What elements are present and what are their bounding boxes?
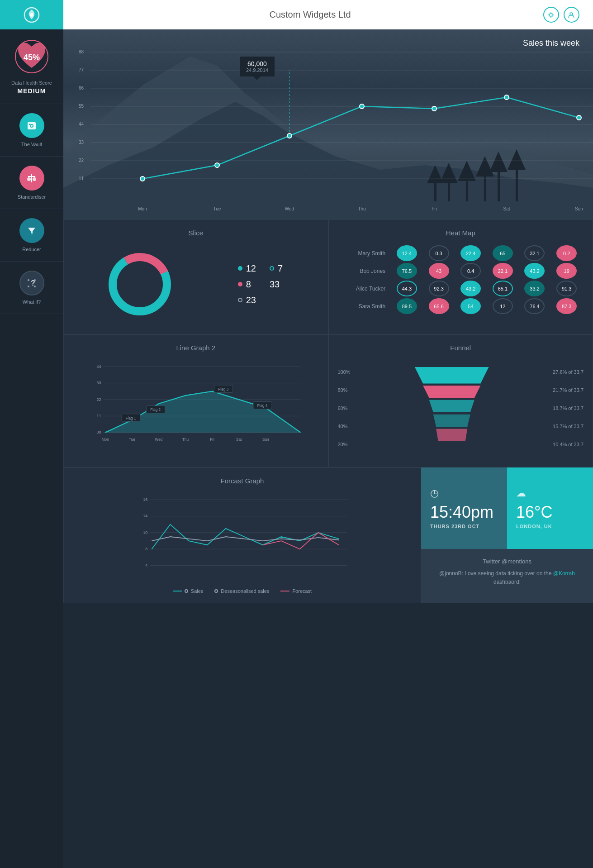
line-graph2-panel: Line Graph 2 44 33 22 11 00 Mon (63, 334, 328, 467)
heatmap-cell: 91.3 (551, 281, 582, 296)
sidebar-item-reducer[interactable]: Reducer (0, 209, 63, 262)
forecast-title: Forcast Graph (73, 477, 412, 485)
svg-text:33: 33 (97, 381, 101, 385)
vault-icon-circle (19, 113, 44, 138)
sidebar-item-standardiser[interactable]: Standardiser (0, 157, 63, 209)
funnel-y-80: 80% (338, 387, 351, 393)
sidebar-logo[interactable] (0, 0, 63, 29)
svg-text:Flag 3: Flag 3 (218, 387, 228, 391)
sidebar-item-vault[interactable]: The Vault (0, 104, 63, 157)
svg-rect-32 (498, 170, 500, 201)
twitter-title: Twitter @mentions (430, 558, 584, 565)
svg-point-18 (28, 279, 29, 281)
legend-item-12: 12 (238, 263, 256, 274)
heatmap-row-alicetucker: Alice Tucker 44.3 92.3 43.2 65.1 33.2 91… (340, 281, 582, 296)
heatmap-cell: 0.3 (424, 245, 454, 261)
row-forecast-widgets: Forcast Graph 16 14 10 8 4 (63, 467, 593, 603)
svg-text:Thu: Thu (358, 206, 365, 211)
user-icon (568, 11, 575, 19)
legend-sales-line (173, 591, 182, 591)
heatmap-cell: 0.2 (551, 245, 582, 261)
svg-point-63 (432, 106, 436, 111)
sidebar-item-whatif[interactable]: ? What if? (0, 262, 63, 314)
svg-text:44: 44 (97, 364, 101, 369)
svg-point-65 (577, 115, 581, 120)
slice-title: Slice (73, 229, 319, 237)
user-button[interactable] (564, 7, 579, 23)
sidebar-label-vault: The Vault (5, 142, 59, 147)
heatmap-row-marysmith: Mary Smith 12.4 0.3 22.4 65 32.1 0.2 (340, 245, 582, 261)
heatmap-cell: 43.2 (520, 263, 550, 279)
heatmap-cell: 12 (488, 298, 518, 314)
health-score-text: MEDIUM (5, 87, 59, 95)
svg-text:88: 88 (79, 49, 84, 54)
weather-icon: ☁ (516, 487, 584, 499)
svg-point-17 (34, 286, 36, 287)
svg-text:00: 00 (97, 430, 101, 434)
svg-text:Wed: Wed (155, 438, 163, 442)
legend-sales-dot (185, 589, 188, 593)
main-content: Custom Widgets Ltd (63, 0, 593, 868)
heatmap-label-sara: Sara Smith (340, 298, 390, 314)
heatmap-cell: 76.5 (392, 263, 422, 279)
legend-deseas-dot (214, 589, 218, 593)
forecast-panel: Forcast Graph 16 14 10 8 4 (63, 467, 421, 603)
line-graph2-svg: 44 33 22 11 00 Mon Tue Wed Thu Fri Sat S… (73, 358, 319, 449)
heatmap-cell: 44.3 (392, 281, 422, 296)
svg-text:Tue: Tue (129, 438, 135, 442)
side-widgets: ◷ 15:40pm THURS 23RD OCT ☁ 16°C LONDON, … (421, 467, 593, 603)
svg-marker-96 (415, 367, 489, 383)
sales-chart-title: Sales this week (523, 38, 579, 48)
svg-rect-28 (466, 179, 468, 201)
svg-point-14 (31, 233, 33, 234)
weather-widget: ☁ 16°C LONDON, UK (507, 467, 593, 549)
heatmap-cell: 89.5 (392, 298, 422, 314)
tweet-handle: @Korrah (553, 570, 575, 577)
slice-content: 12 7 8 33 23 (73, 243, 319, 325)
heatmap-label-bob: Bob Jones (340, 263, 390, 279)
svg-text:66: 66 (79, 86, 84, 91)
legend-deseas: Deseasonalised sales (214, 588, 269, 594)
page-title: Custom Widgets Ltd (269, 10, 351, 20)
heatmap-cell: 65.1 (488, 281, 518, 296)
slice-legend: 12 7 8 33 23 (238, 263, 288, 305)
heatmap-cell: 92.3 (424, 281, 454, 296)
legend-value-7: 7 (278, 263, 283, 274)
svg-rect-24 (434, 183, 436, 201)
svg-text:Sat: Sat (503, 206, 510, 211)
heatmap-cell: 22.4 (455, 245, 486, 261)
funnel-y-20: 20% (338, 442, 351, 447)
legend-sales: Sales (173, 588, 204, 594)
svg-text:Flag 4: Flag 4 (257, 404, 268, 408)
health-score-section: 45% Data Health Score MEDIUM (0, 29, 63, 104)
time-weather-row: ◷ 15:40pm THURS 23RD OCT ☁ 16°C LONDON, … (421, 467, 593, 549)
svg-text:Flag 1: Flag 1 (126, 416, 136, 420)
funnel-y-labels: 100% 80% 60% 40% 20% (338, 363, 351, 453)
svg-point-5 (31, 125, 33, 127)
heatmap-cell: 76.4 (520, 298, 550, 314)
funnel-panel: Funnel 100% 80% 60% 40% 20% (328, 334, 593, 467)
whatif-icon-circle: ? (19, 271, 44, 296)
slice-panel: Slice 12 7 (63, 219, 328, 334)
heatmap-title: Heat Map (338, 229, 584, 237)
svg-marker-97 (423, 386, 480, 398)
heatmap-table: Mary Smith 12.4 0.3 22.4 65 32.1 0.2 Bob… (338, 243, 584, 316)
svg-point-20 (550, 14, 552, 16)
heatmap-row-sarasmith: Sara Smith 89.5 65.6 54 12 76.4 87.3 (340, 298, 582, 314)
svg-point-1 (30, 13, 33, 17)
svg-point-64 (504, 95, 509, 100)
settings-button[interactable] (543, 7, 559, 23)
legend-dot-pink (238, 282, 242, 286)
svg-rect-30 (484, 174, 486, 201)
tweet-text-1: @jonnoB: Love seeing data ticking over o… (439, 570, 553, 577)
legend-value-23: 23 (246, 295, 256, 305)
heatmap-cell: 43.2 (455, 281, 486, 296)
vault-icon (25, 119, 38, 132)
heatmap-cell: 87.3 (551, 298, 582, 314)
svg-point-9 (27, 177, 31, 181)
funnel-val-5: 10.4% of 33.7 (553, 442, 584, 447)
sidebar-label-standardiser: Standardiser (5, 194, 59, 200)
funnel-content: 100% 80% 60% 40% 20% 27.6% of 33.7 21. (338, 358, 584, 458)
legend-value-12: 12 (246, 263, 256, 274)
svg-text:22: 22 (79, 158, 84, 163)
